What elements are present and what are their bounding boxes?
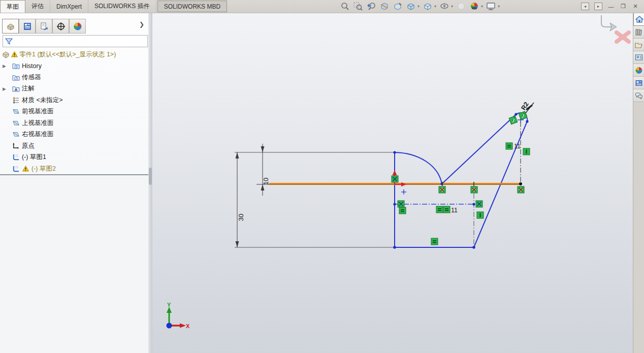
tab-featuremanager[interactable] [2, 19, 19, 34]
view-settings-icon[interactable] [486, 2, 496, 12]
tree-item-history[interactable]: ▶ History [0, 60, 147, 72]
panel-expand-arrow[interactable]: ❯ [139, 21, 144, 28]
previous-view-icon[interactable] [366, 2, 376, 12]
hide-show-items-dropdown-icon[interactable]: ▾ [451, 4, 453, 9]
triad-y-label: Y [167, 302, 171, 308]
tree-item-material[interactable]: 材质 <未指定> [0, 94, 147, 106]
annotations-folder-icon: A [12, 85, 20, 92]
feature-tree: 零件1 (默认<<默认>_显示状态 1>) ▶ History 传感器 ▶ A … [0, 49, 147, 175]
tab-solidworks-mbd[interactable]: SOLIDWORKS MBD [157, 1, 227, 12]
tree-item-annotations[interactable]: ▶ A 注解 [0, 83, 147, 95]
custom-properties-button[interactable] [633, 77, 644, 89]
plane-icon [12, 119, 20, 127]
view-settings-dropdown-icon[interactable]: ▾ [498, 4, 500, 9]
dimension-30[interactable]: 30 [236, 152, 245, 247]
display-style-dropdown-icon[interactable]: ▾ [434, 4, 436, 9]
blocked-x-icon [617, 33, 629, 42]
dimension-11-bottom-text[interactable]: 11 [451, 207, 458, 214]
part-icon [2, 51, 10, 58]
tree-item-origin[interactable]: 原点 [0, 140, 147, 152]
panel-lower-pane [0, 175, 148, 353]
tab-dimxpert[interactable]: DimXpert [50, 0, 88, 13]
expand-arrow-icon[interactable]: ▶ [3, 86, 6, 91]
coordinate-triad: Y X [167, 302, 190, 329]
sketch-arc-left[interactable] [395, 152, 442, 184]
file-explorer-icon [635, 41, 643, 49]
sketch-endpoint-dark[interactable] [519, 182, 522, 185]
task-pane [633, 13, 644, 353]
appearances-icon [635, 67, 643, 74]
tab-dimxpertmanager[interactable] [52, 19, 69, 34]
tree-item-right-plane[interactable]: 右视基准面 [0, 129, 147, 141]
apply-scene-icon[interactable] [469, 2, 479, 12]
section-view-icon[interactable] [379, 2, 390, 12]
view-orientation-icon[interactable] [406, 2, 416, 12]
tree-item-sensors[interactable]: 传感器 [0, 72, 147, 83]
heads-up-view-toolbar: ▾ ▾ ▾ ▾ ▾ [340, 0, 500, 13]
filter-funnel-icon [5, 37, 13, 46]
tree-item-top-plane[interactable]: 上视基准面 [0, 117, 147, 129]
expand-arrow-icon[interactable]: ▶ [3, 63, 6, 69]
plane-icon [12, 108, 20, 115]
appearances-scenes-button[interactable] [633, 64, 644, 77]
restore-button[interactable]: ❐ [620, 3, 627, 10]
constraint-icons[interactable] [392, 111, 530, 245]
warning-icon [22, 166, 29, 172]
origin-icon [12, 142, 20, 150]
design-library-icon [635, 28, 643, 36]
history-folder-icon [12, 62, 20, 70]
sketch-icon [12, 165, 20, 173]
svg-text:A: A [15, 87, 18, 92]
minimize-button[interactable]: — [607, 3, 615, 10]
forum-button[interactable] [633, 89, 644, 102]
featuremanager-panel: ❯ 零件1 (默认<<默认>_显示状态 1>) ▶ History 传感器 ▶ … [0, 13, 149, 353]
3d-drawing-view-icon[interactable] [393, 2, 403, 12]
window-controls: ◂ ▸ — ❐ ✕ [581, 0, 644, 13]
tree-item-part[interactable]: 零件1 (默认<<默认>_显示状态 1>) [0, 49, 147, 60]
ribbon-bar: 草图 评估 DimXpert SOLIDWORKS 插件 SOLIDWORKS … [0, 0, 644, 13]
dimension-30-text: 30 [237, 214, 245, 221]
tree-item-sketch2[interactable]: (-) 草图2 [0, 163, 147, 175]
sketch-vertices[interactable] [393, 113, 528, 248]
dimension-11-right-text[interactable]: 11 [514, 143, 521, 150]
sensors-folder-icon [12, 74, 20, 81]
home-icon [635, 16, 643, 23]
triad-x-label: X [186, 323, 190, 329]
dimension-10-text: 10 [262, 178, 270, 185]
sketch-icon [12, 153, 20, 161]
home-button[interactable] [633, 13, 644, 26]
custom-properties-icon [635, 79, 643, 87]
tree-filter-input[interactable] [3, 35, 148, 47]
zoom-to-area-icon[interactable] [353, 2, 363, 12]
dimension-10[interactable]: 10 [256, 144, 271, 196]
file-explorer-button[interactable] [633, 39, 644, 51]
tab-sketch[interactable]: 草图 [0, 0, 25, 13]
view-orientation-dropdown-icon[interactable]: ▾ [417, 4, 420, 9]
forum-chat-icon [635, 92, 643, 100]
tab-displaymanager[interactable] [69, 19, 86, 34]
design-library-button[interactable] [633, 26, 644, 39]
tree-item-front-plane[interactable]: 前视基准面 [0, 106, 147, 118]
manager-tab-strip [2, 19, 86, 33]
zoom-to-fit-icon[interactable] [340, 2, 350, 12]
tab-configurationmanager[interactable] [36, 19, 52, 34]
tree-item-sketch1[interactable]: (-) 草图1 [0, 152, 147, 164]
tab-evaluate[interactable]: 评估 [25, 0, 50, 13]
edit-appearance-icon[interactable] [456, 2, 466, 12]
panel-splitter[interactable] [148, 13, 152, 353]
collapse-left-button[interactable]: ◂ [581, 3, 589, 10]
tab-propertymanager[interactable] [19, 19, 36, 34]
view-palette-button[interactable] [633, 51, 644, 64]
display-style-icon[interactable] [423, 2, 433, 12]
plane-icon [12, 131, 20, 138]
splitter-handle[interactable] [149, 168, 152, 185]
close-button[interactable]: ✕ [632, 3, 639, 10]
hide-show-items-icon[interactable] [439, 2, 449, 12]
collapse-right-button[interactable]: ▸ [594, 3, 602, 10]
tab-solidworks-addins[interactable]: SOLIDWORKS 插件 [88, 0, 156, 13]
apply-scene-dropdown-icon[interactable]: ▾ [481, 4, 483, 9]
material-icon [12, 97, 20, 104]
view-palette-icon [635, 54, 643, 61]
gesture-overlay [597, 14, 635, 44]
warning-icon [11, 51, 18, 57]
